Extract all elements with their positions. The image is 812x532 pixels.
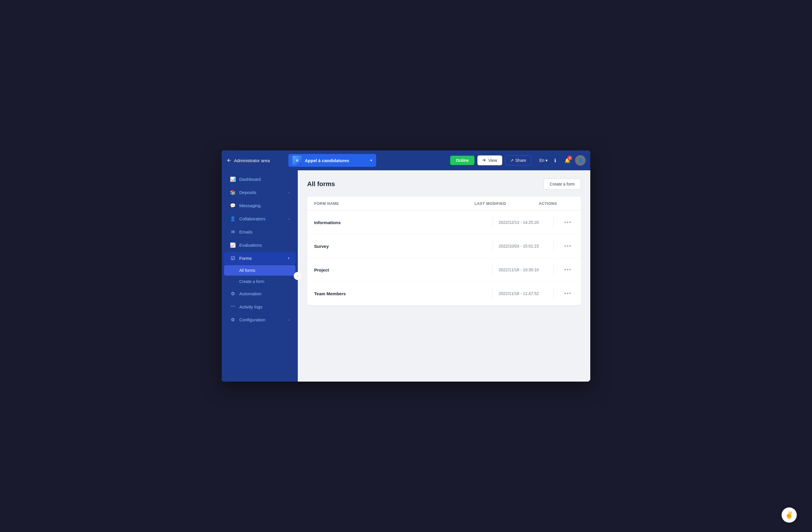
back-icon: [227, 158, 232, 163]
main-content: All forms Create a form Form name Last m…: [298, 170, 590, 382]
sidebar-item-messaging[interactable]: 💬 Messaging: [224, 199, 295, 212]
share-label: Share: [516, 158, 526, 163]
admin-area-button[interactable]: Administrator area: [227, 158, 285, 163]
chat-emoji-icon: ✌️: [785, 511, 794, 519]
sidebar-item-configuration[interactable]: ⚙ Configuration ›: [224, 313, 295, 326]
chevron-right-icon: ›: [288, 217, 290, 221]
evaluations-icon: 📈: [230, 242, 236, 248]
sidebar-collapse-button[interactable]: ‹: [294, 272, 302, 280]
date-cell: 2022/11/18 - 10:35:10: [475, 264, 539, 276]
column-separator: [553, 240, 554, 252]
table-header: Form name Last modified Actions: [307, 197, 581, 211]
messaging-icon: 💬: [230, 203, 236, 209]
lang-chevron-icon: ▾: [546, 158, 548, 163]
row-actions-menu-button[interactable]: •••: [562, 218, 574, 227]
table-row: Informations 2022/12/13 - 14:25:20 •••: [307, 211, 581, 234]
column-separator: [493, 240, 493, 252]
sidebar-item-label: Activity logs: [239, 304, 290, 309]
sidebar-item-dashboard[interactable]: 📊 Dashboard: [224, 173, 295, 186]
sidebar-item-automation[interactable]: ⚙ Automation: [224, 287, 295, 300]
activity-logs-icon: 〰: [230, 304, 236, 309]
all-forms-label: All forms: [239, 268, 255, 273]
date-cell: 2022/11/18 - 11:47:52: [475, 288, 539, 299]
language-label: En: [539, 158, 545, 163]
sidebar-item-label: Messaging: [239, 203, 290, 208]
project-name: Appel à candidatures: [305, 158, 367, 163]
date-cell: 2022/10/03 - 15:01:23: [475, 240, 539, 252]
view-label: View: [488, 158, 497, 163]
sidebar-item-label: Automation: [239, 291, 290, 296]
table-row: Team Members 2022/11/18 - 11:47:52 •••: [307, 282, 581, 305]
date-cell: 2022/12/13 - 14:25:20: [475, 217, 539, 228]
sidebar-item-label: Configuration: [239, 317, 285, 322]
forms-table: Form name Last modified Actions Informat…: [307, 197, 581, 305]
sidebar-item-label: Emails: [239, 229, 290, 234]
column-separator: [493, 217, 493, 228]
column-actions: Actions: [539, 201, 574, 206]
forms-icon: ☑: [230, 256, 236, 261]
sidebar-item-forms[interactable]: ☑ Forms ▾: [224, 252, 295, 264]
chat-bubble-button[interactable]: ✌️: [782, 507, 797, 523]
table-row: Survey 2022/10/03 - 15:01:23 •••: [307, 234, 581, 258]
share-icon: ↗: [510, 158, 514, 163]
collapse-icon: ‹: [297, 274, 298, 278]
emails-icon: ✉: [230, 229, 236, 235]
automation-icon: ⚙: [230, 291, 236, 297]
row-actions-menu-button[interactable]: •••: [562, 266, 574, 274]
form-date: 2022/11/18 - 10:35:10: [499, 268, 539, 272]
sidebar-item-label: Dashboard: [239, 177, 290, 182]
page-title: All forms: [307, 180, 335, 188]
main-layout: ‹ 📊 Dashboard 📚 Deposits › 💬 Messaging 👤…: [222, 170, 590, 382]
info-button[interactable]: ℹ: [551, 156, 560, 165]
column-separator: [553, 288, 554, 299]
sidebar: ‹ 📊 Dashboard 📚 Deposits › 💬 Messaging 👤…: [222, 170, 298, 382]
view-button[interactable]: 👁 View: [477, 155, 502, 166]
form-date: 2022/12/13 - 14:25:20: [499, 220, 539, 225]
topbar-right: En ▾ ℹ 🔔 6 👤: [539, 155, 585, 166]
row-actions-menu-button[interactable]: •••: [562, 242, 574, 250]
sidebar-item-activity-logs[interactable]: 〰 Activity logs: [224, 301, 295, 313]
user-avatar[interactable]: 👤: [575, 155, 585, 166]
configuration-icon: ⚙: [230, 317, 236, 322]
column-form-name: Form name: [314, 201, 475, 206]
actions-cell: •••: [539, 217, 574, 228]
chevron-right-icon: ›: [288, 191, 290, 194]
content-header: All forms Create a form: [307, 178, 581, 190]
collaborators-icon: 👤: [230, 216, 236, 221]
sidebar-item-label: Evaluations: [239, 243, 290, 247]
column-separator: [493, 264, 493, 276]
sidebar-item-emails[interactable]: ✉ Emails: [224, 226, 295, 238]
form-name-team-members: Team Members: [314, 291, 475, 296]
sidebar-item-collaborators[interactable]: 👤 Collaborators ›: [224, 213, 295, 225]
admin-area-label: Administrator area: [234, 158, 270, 163]
form-name-project: Project: [314, 268, 475, 272]
form-date: 2022/11/18 - 11:47:52: [499, 291, 539, 296]
column-separator: [493, 288, 493, 299]
row-actions-menu-button[interactable]: •••: [562, 289, 574, 298]
project-thumbnail: 🏛: [292, 156, 302, 165]
notification-badge: 6: [567, 156, 572, 160]
sidebar-item-evaluations[interactable]: 📈 Evaluations: [224, 239, 295, 251]
create-form-button[interactable]: Create a form: [543, 178, 581, 190]
eye-icon: 👁: [482, 158, 487, 163]
notifications-button[interactable]: 🔔 6: [563, 156, 572, 165]
chevron-right-icon: ›: [288, 318, 290, 321]
language-selector[interactable]: En ▾: [539, 158, 548, 163]
share-button[interactable]: ↗ Share: [505, 155, 531, 166]
project-chevron-icon: ▾: [370, 158, 372, 162]
column-last-modified: Last modified: [475, 201, 539, 206]
column-separator: [553, 264, 554, 276]
sidebar-item-create-form[interactable]: Create a form: [224, 276, 295, 287]
sidebar-item-label: Deposits: [239, 190, 285, 195]
column-separator: [553, 217, 554, 228]
topbar-actions: Online 👁 View ↗ Share: [450, 155, 531, 166]
sidebar-item-deposits[interactable]: 📚 Deposits ›: [224, 186, 295, 199]
actions-cell: •••: [539, 288, 574, 299]
online-status-button[interactable]: Online: [450, 156, 475, 165]
project-selector[interactable]: 🏛 Appel à candidatures ▾: [288, 154, 376, 167]
sidebar-item-all-forms[interactable]: All forms: [224, 265, 295, 276]
forms-label: Forms: [239, 256, 284, 261]
info-icon: ℹ: [554, 158, 556, 163]
avatar-icon: 👤: [578, 158, 583, 163]
actions-cell: •••: [539, 264, 574, 276]
